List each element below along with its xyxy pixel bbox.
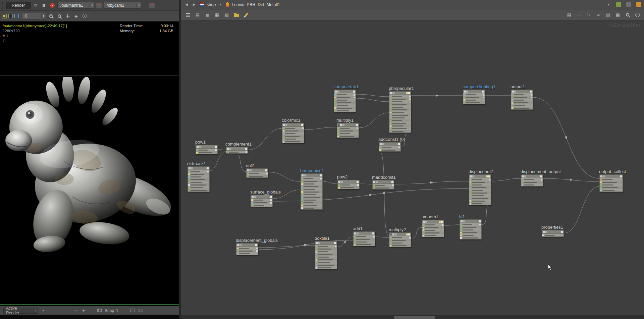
vop-node-multiply2[interactable]: multiply2× — [389, 232, 411, 247]
input-connector-icon[interactable] — [390, 130, 391, 132]
input-connector-icon[interactable] — [188, 171, 190, 172]
node-flag-bar[interactable]: × — [337, 123, 359, 127]
input-connector-icon[interactable] — [301, 197, 303, 198]
input-connector-icon[interactable] — [390, 98, 391, 100]
node-flag-bar[interactable] — [338, 180, 359, 183]
input-connector-icon[interactable] — [390, 101, 391, 103]
input-connector-icon[interactable] — [379, 147, 381, 148]
output-connector-icon[interactable] — [373, 236, 375, 237]
input-connector-icon[interactable] — [334, 105, 336, 106]
input-connector-icon[interactable] — [237, 250, 238, 252]
input-connector-icon[interactable] — [301, 189, 303, 190]
output-connector-icon[interactable] — [207, 171, 209, 172]
vop-node-output1[interactable]: output1 — [511, 90, 533, 110]
input-connector-icon[interactable] — [600, 179, 602, 180]
sort-icon[interactable]: 1↓ — [585, 11, 592, 18]
output-connector-icon[interactable] — [354, 97, 355, 98]
input-connector-icon[interactable] — [237, 248, 238, 249]
node-flag-bar[interactable] — [600, 175, 623, 178]
vop-node-displacement_output[interactable]: displacement_output — [521, 174, 543, 187]
pane-splitter[interactable] — [179, 0, 181, 319]
input-connector-icon[interactable] — [316, 267, 317, 269]
input-connector-icon[interactable] — [460, 226, 462, 228]
input-connector-icon[interactable] — [460, 237, 462, 239]
input-connector-icon[interactable] — [423, 227, 424, 228]
input-connector-icon[interactable] — [283, 133, 284, 135]
input-connector-icon[interactable] — [316, 256, 317, 258]
network-zoom-icon[interactable] — [624, 11, 631, 18]
toolbar-grip[interactable] — [2, 2, 4, 9]
input-connector-icon[interactable] — [390, 117, 391, 119]
input-connector-icon[interactable] — [390, 122, 391, 124]
input-connector-icon[interactable] — [464, 97, 465, 98]
node-flag-bar[interactable] — [511, 90, 533, 93]
input-connector-icon[interactable] — [247, 173, 249, 174]
input-connector-icon[interactable] — [338, 187, 340, 189]
input-connector-icon[interactable] — [460, 224, 462, 225]
render-viewport[interactable]: /out/mantra1(pbrraytrace)-22:49:17[1] Re… — [0, 21, 179, 306]
input-connector-icon[interactable] — [247, 175, 249, 177]
input-connector-icon[interactable] — [283, 138, 284, 140]
vop-node-dirtmask1[interactable]: dirtmask1 — [187, 166, 210, 192]
input-connector-icon[interactable] — [470, 179, 471, 180]
input-connector-icon[interactable] — [542, 234, 544, 236]
input-connector-icon[interactable] — [512, 102, 513, 104]
input-connector-icon[interactable] — [423, 235, 424, 236]
input-connector-icon[interactable] — [354, 241, 356, 243]
output-connector-icon[interactable] — [442, 224, 443, 226]
input-connector-icon[interactable] — [334, 102, 336, 104]
input-connector-icon[interactable] — [316, 248, 317, 250]
image-view-icon[interactable]: ▧ — [223, 11, 230, 18]
input-connector-icon[interactable] — [301, 205, 303, 206]
update-mode-icon[interactable] — [636, 2, 641, 7]
input-connector-icon[interactable] — [337, 130, 339, 132]
output-connector-icon[interactable] — [357, 184, 359, 186]
vop-node-colormix1[interactable]: colormix1 — [282, 123, 304, 143]
output-connector-icon[interactable] — [409, 98, 411, 100]
input-connector-icon[interactable] — [283, 136, 284, 137]
input-connector-icon[interactable] — [316, 246, 317, 247]
input-connector-icon[interactable] — [390, 106, 391, 108]
node-flag-bar[interactable] — [373, 180, 394, 184]
vop-node-addconst1[interactable]: addconst1 (0) — [379, 142, 401, 152]
input-connector-icon[interactable] — [390, 240, 391, 241]
input-connector-icon[interactable] — [251, 205, 253, 206]
node-flag-bar[interactable] — [301, 174, 322, 177]
node-flag-bar[interactable] — [389, 92, 411, 95]
auto-update-icon[interactable] — [616, 2, 621, 7]
input-connector-icon[interactable] — [460, 229, 462, 231]
input-connector-icon[interactable] — [423, 232, 424, 234]
horizontal-scrollbar[interactable] — [181, 315, 644, 319]
input-connector-icon[interactable] — [283, 130, 284, 132]
output-connector-icon[interactable] — [256, 250, 258, 252]
node-flag-bar[interactable] — [188, 167, 209, 170]
input-connector-icon[interactable] — [334, 94, 336, 96]
input-connector-icon[interactable] — [188, 190, 190, 191]
input-connector-icon[interactable] — [373, 184, 375, 186]
output-connector-icon[interactable] — [354, 94, 355, 96]
bg-swatch-color-icon[interactable] — [14, 14, 19, 18]
vop-node-pbrspecular1[interactable]: pbrspecular1 — [389, 91, 411, 133]
render-region-icon[interactable] — [96, 3, 102, 8]
input-connector-icon[interactable] — [226, 151, 228, 153]
input-connector-icon[interactable] — [470, 195, 471, 197]
plane-spinner-icon[interactable]: ▲▼ — [41, 14, 46, 18]
input-connector-icon[interactable] — [600, 187, 602, 189]
layout-icon[interactable]: ▥ — [605, 11, 611, 18]
fit-view-icon[interactable]: ◈ — [73, 13, 79, 19]
gamma-value[interactable]: 0.5 — [138, 308, 144, 313]
vop-node-surface_globals[interactable]: surface_globals — [251, 195, 273, 207]
vop-node-null1[interactable]: null1 — [246, 168, 268, 178]
input-connector-icon[interactable] — [512, 97, 513, 98]
output-connector-icon[interactable] — [409, 96, 411, 97]
zoom-out-icon[interactable]: − — [56, 13, 63, 19]
input-connector-icon[interactable] — [316, 259, 317, 261]
input-connector-icon[interactable] — [354, 244, 356, 246]
input-connector-icon[interactable] — [316, 264, 317, 266]
input-connector-icon[interactable] — [512, 107, 513, 109]
decrement-button[interactable]: − — [72, 308, 78, 314]
output-connector-icon[interactable] — [479, 224, 481, 225]
node-flag-bar[interactable]: × — [389, 233, 411, 236]
vop-node-smooth1[interactable]: smooth1 — [422, 220, 444, 237]
node-flag-bar[interactable] — [247, 169, 268, 172]
